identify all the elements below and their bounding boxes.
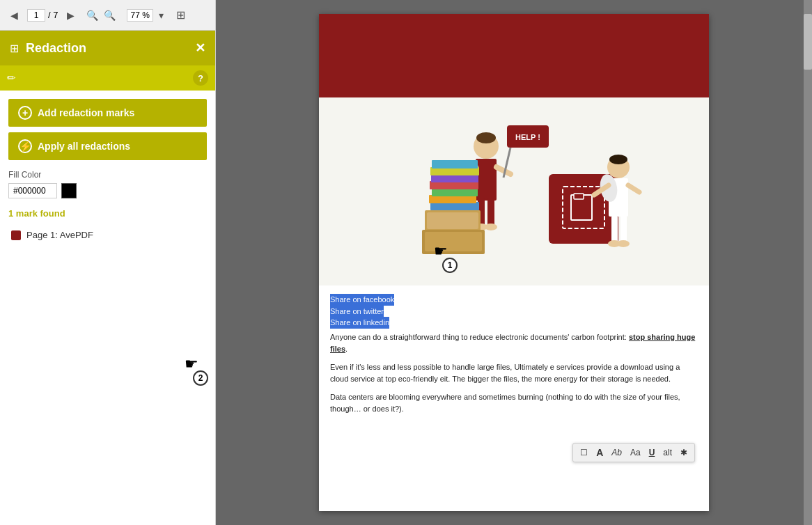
zoom-out-icon[interactable]: 🔍 (104, 10, 116, 21)
paragraph-1-text: Anyone can do a straightforward thing to… (330, 333, 627, 341)
paragraph-1: Anyone can do a straightforward thing to… (330, 331, 698, 356)
marks-found-count: 1 mark found (8, 208, 207, 219)
scrollbar-thumb[interactable] (804, 14, 812, 70)
add-icon: + (18, 106, 32, 120)
mark-item[interactable]: Page 1: AvePDF (8, 226, 207, 244)
svg-point-37 (617, 240, 630, 247)
fmt-star-button[interactable]: ✱ (678, 446, 690, 459)
top-navigation-bar: ◀ / 7 ▶ 🔍 🔍 77 % ▾ ⊞ (0, 0, 215, 31)
panel-body: + Add redaction marks ⚡ Apply all redact… (0, 91, 215, 525)
panel-title: Redaction (26, 41, 86, 56)
close-panel-button[interactable]: ✕ (195, 40, 205, 56)
back-button[interactable]: ◀ (7, 8, 22, 22)
fmt-checkbox-button[interactable]: ☐ (577, 446, 591, 459)
fmt-alt-button[interactable]: alt (660, 446, 675, 459)
svg-rect-22 (427, 212, 478, 229)
mark-page-label: Page 1: AvePDF (26, 230, 93, 240)
mark-color-indicator (11, 230, 21, 240)
svg-point-38 (609, 155, 627, 164)
svg-rect-28 (574, 194, 584, 199)
pdf-page: HELP ! (319, 14, 709, 511)
fmt-underline-button[interactable]: U (646, 446, 658, 459)
forward-button[interactable]: ▶ (63, 8, 78, 22)
zoom-value: 77 % (127, 9, 153, 22)
text-format-toolbar: ☐ A Ab Aa U alt ✱ (572, 443, 695, 462)
apply-all-redactions-button[interactable]: ⚡ Apply all redactions (8, 132, 207, 160)
help-button[interactable]: ? (193, 70, 208, 86)
page-separator: / 7 (48, 10, 58, 20)
page-number-input[interactable] (27, 9, 45, 22)
zoom-search-icon[interactable]: 🔍 (86, 10, 98, 21)
panel-header-left: ⊞ Redaction (10, 41, 86, 56)
highlighted-lines: Share on facebook Share on twitter Share… (330, 294, 698, 329)
pdf-viewport[interactable]: HELP ! (216, 0, 812, 525)
apply-label: Apply all redactions (38, 141, 130, 152)
fmt-a-button[interactable]: A (593, 446, 606, 460)
page-indicator: / 7 (27, 9, 58, 22)
main-content: HELP ! (216, 0, 812, 525)
pdf-image-area: HELP ! (319, 97, 709, 285)
color-swatch[interactable] (61, 183, 77, 198)
add-redaction-marks-button[interactable]: + Add redaction marks (8, 99, 207, 127)
svg-rect-24 (425, 232, 482, 251)
zoom-dropdown-button[interactable]: ▾ (155, 8, 167, 22)
fmt-aa-button[interactable]: Aa (627, 446, 643, 459)
layout-icon-button[interactable]: ⊞ (173, 7, 189, 23)
fill-color-label: Fill Color (8, 170, 207, 180)
highlight-twitter: Share on twitter (330, 306, 384, 318)
pdf-illustration: HELP ! (347, 104, 681, 279)
svg-rect-20 (432, 160, 478, 169)
svg-rect-34 (611, 216, 618, 244)
pdf-red-banner (319, 14, 709, 97)
panel-header: ⊞ Redaction ✕ (0, 31, 215, 65)
add-marks-label: Add redaction marks (38, 107, 134, 118)
grid-icon: ⊞ (10, 42, 19, 55)
paragraph-2: Even if it's less and less possible to h… (330, 361, 698, 386)
pdf-text-area: Share on facebook Share on twitter Share… (319, 285, 709, 430)
fill-color-section: Fill Color (8, 170, 207, 198)
svg-rect-7 (487, 198, 494, 226)
svg-rect-35 (620, 216, 627, 244)
highlight-facebook: Share on facebook (330, 294, 394, 306)
fill-color-row (8, 183, 207, 198)
fmt-ab-button[interactable]: Ab (609, 446, 625, 459)
svg-text:HELP !: HELP ! (515, 133, 540, 141)
zoom-control: 77 % ▾ (127, 8, 166, 22)
svg-point-9 (485, 224, 497, 230)
highlight-linkedin: Share on linkedin (330, 317, 389, 329)
scrollbar-track[interactable] (804, 0, 812, 525)
svg-point-10 (476, 132, 496, 143)
panel-subbar: ✏ ? (0, 65, 215, 91)
bolt-icon: ⚡ (18, 139, 32, 153)
paragraph-3: Data centers are blooming everywhere and… (330, 391, 698, 416)
edit-icon-button[interactable]: ✏ (7, 72, 16, 84)
color-hex-input[interactable] (8, 183, 57, 198)
svg-rect-2 (476, 159, 497, 201)
